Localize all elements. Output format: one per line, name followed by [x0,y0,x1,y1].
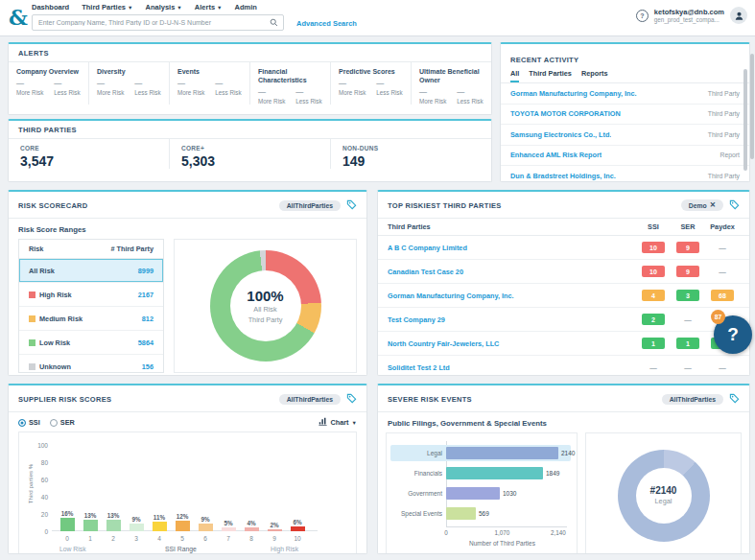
severe-bar-row-special-events[interactable]: Special Events569 [387,503,577,524]
advanced-search-link[interactable]: Advanced Search [296,19,357,28]
bar[interactable] [153,522,167,531]
table-row[interactable]: Canadian Test Case 20109— [378,260,749,284]
severe-bar-row-government[interactable]: Government1030 [387,483,577,503]
score-badge: 9 [676,266,699,277]
bar[interactable] [60,518,75,531]
bar[interactable] [446,447,558,459]
bar[interactable] [446,487,500,500]
third-party-link[interactable]: North Country Fair-Jewelers, LLC [388,339,636,348]
third-party-link[interactable]: Soliditet Test 2 Ltd [388,363,636,372]
alert-category-predictive-scores[interactable]: Predictive Scores—More Risk—Less Risk [331,62,412,105]
severe-bar-row-legal[interactable]: Legal2140 [387,443,577,463]
remove-filter-icon[interactable]: ✕ [710,201,716,209]
alert-category-events[interactable]: Events—More Risk—Less Risk [170,62,250,105]
nav-item-dashboard[interactable]: Dashboard [32,3,69,12]
alerts-categories: Company Overview—More Risk—Less RiskDive… [9,62,491,105]
risk-count[interactable]: 812 [142,315,153,323]
third-party-link[interactable]: Canadian Test Case 20 [388,268,636,276]
risk-swatch [29,315,35,322]
risk-donut-chart: 100% All Risk Third Party [210,250,321,362]
alert-less-risk-label: Less Risk [54,89,80,96]
tab-all[interactable]: All [510,69,519,82]
ssi-radio[interactable]: SSI [18,418,40,427]
alert-less-risk-value: — [295,87,321,96]
scorecard-row-unknown[interactable]: Unknown156 [19,355,163,376]
chevron-down-icon: ▼ [128,5,132,11]
filter-pill-allthirdparties[interactable]: AllThirdParties [279,200,341,211]
activity-link[interactable]: Samsung Electronics Co., Ltd. [510,130,611,139]
alert-category-company-overview[interactable]: Company Overview—More Risk—Less Risk [9,62,89,105]
bar[interactable] [199,524,213,531]
bar[interactable] [268,529,282,531]
alert-more-risk-label: More Risk [258,98,285,105]
scorecard-row-medium-risk[interactable]: Medium Risk812 [19,307,163,331]
help-circle-icon[interactable]: ? [636,10,649,22]
table-row[interactable]: Gorman Manufacturing Company, Inc.4368 [378,284,749,308]
recent-activity-scrollbar[interactable] [743,69,747,171]
filter-pill-allthirdparties[interactable]: AllThirdParties [662,394,723,405]
activity-link[interactable]: Enhanced AML Risk Report [510,151,602,159]
table-row[interactable]: Soliditet Test 2 Ltd——— [378,356,749,376]
alert-category-diversity[interactable]: Diversity—More Risk—Less Risk [89,62,170,105]
filter-pill-allthirdparties[interactable]: AllThirdParties [279,394,341,405]
top-riskiest-panel: TOP RISKIEST THIRD PARTIES Demo ✕ Third … [377,190,750,376]
risk-count[interactable]: 5864 [138,338,153,347]
tag-icon[interactable] [346,197,357,214]
nav-item-label: Dashboard [32,3,69,12]
scorecard-row-low-risk[interactable]: Low Risk5864 [19,331,163,355]
company-search[interactable] [32,14,284,31]
alert-category-financial-characteristics[interactable]: Financial Characteristics—More Risk—Less… [250,62,331,105]
alert-more-risk-value: — [97,79,124,87]
chart-view-select[interactable]: Chart ▼ [319,417,357,428]
tag-icon[interactable] [729,390,740,408]
risk-count[interactable]: 156 [142,362,153,371]
bar[interactable] [446,507,476,520]
third-party-link[interactable]: Gorman Manufacturing Company, Inc. [388,292,636,300]
filter-pill-demo[interactable]: Demo ✕ [681,199,723,211]
activity-link[interactable]: Dun & Bradstreet Holdings, Inc. [510,172,616,180]
bar[interactable] [222,527,236,532]
list-item[interactable]: Samsung Electronics Co., Ltd.Third Party [501,125,749,146]
third-parties-stats: CORE3,547CORE+5,303NON-DUNS149 [9,139,491,169]
ser-radio[interactable]: SER [50,418,75,427]
user-menu[interactable]: ketofskya@dnb.com gen_prod_test_compa... [654,8,724,24]
bar[interactable] [176,521,190,531]
help-button[interactable]: ? 87 [714,315,752,354]
nav-item-analysis[interactable]: Analysis▼ [146,3,182,12]
third-party-link[interactable]: A B C Company Limited [388,244,636,252]
tab-reports[interactable]: Reports [581,69,608,82]
table-row[interactable]: North Country Fair-Jewelers, LLC1180 [378,332,749,356]
nav-item-third-parties[interactable]: Third Parties▼ [82,3,132,12]
risk-count[interactable]: 2167 [138,291,153,299]
bar[interactable] [245,527,259,531]
bar[interactable] [291,526,305,531]
bar[interactable] [130,524,144,531]
severe-bar-row-financials[interactable]: Financials1849 [387,463,577,483]
tag-icon[interactable] [729,197,740,214]
search-input[interactable] [33,19,270,26]
nav-item-admin[interactable]: Admin [235,3,257,12]
list-item[interactable]: Dun & Bradstreet Holdings, Inc.Third Par… [501,166,749,182]
risk-count[interactable]: 8999 [138,267,153,275]
activity-link[interactable]: TOYOTA MOTOR CORPORATION [510,109,621,118]
third-parties-column-header: Third Parties [388,222,636,231]
activity-link[interactable]: Gorman Manufacturing Company, Inc. [510,89,637,98]
list-item[interactable]: Gorman Manufacturing Company, Inc.Third … [501,83,749,105]
table-row[interactable]: A B C Company Limited109— [378,236,749,260]
search-icon[interactable] [270,18,278,27]
list-item[interactable]: Enhanced AML Risk ReportReport [501,146,749,167]
bar[interactable] [106,520,121,531]
nav-item-alerts[interactable]: Alerts▼ [195,3,223,12]
tag-icon[interactable] [346,390,357,408]
bar[interactable] [446,467,543,479]
scorecard-row-all-risk[interactable]: All Risk8999 [19,259,163,283]
avatar[interactable] [730,7,747,24]
scorecard-row-high-risk[interactable]: High Risk2167 [19,283,163,307]
third-party-link[interactable]: Test Company 29 [388,315,636,324]
tab-third-parties[interactable]: Third Parties [529,69,572,82]
page-scrollbar[interactable] [750,54,754,159]
list-item[interactable]: TOYOTA MOTOR CORPORATIONThird Party [501,105,749,126]
table-row[interactable]: Test Company 292—— [378,308,749,332]
bar[interactable] [83,520,98,531]
alert-category-ultimate-beneficial-owner[interactable]: Ultimate Beneficial Owner—More Risk—Less… [412,62,491,105]
